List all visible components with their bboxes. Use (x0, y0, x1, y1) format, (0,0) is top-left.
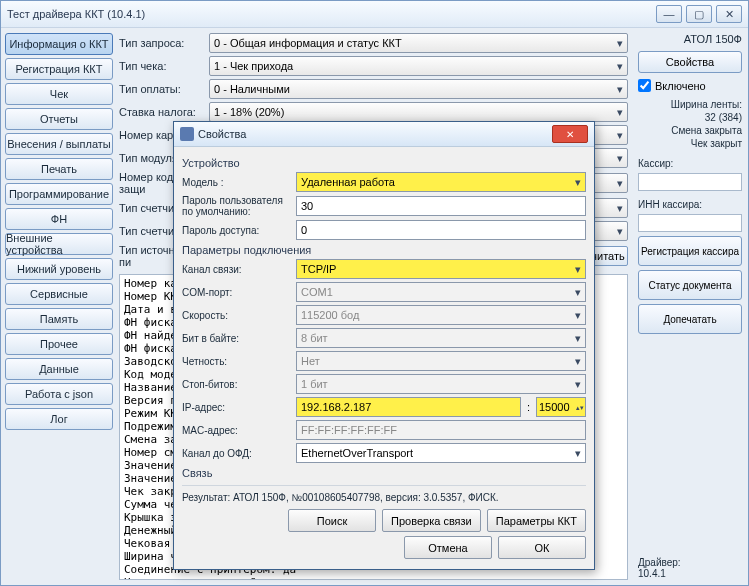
cancel-button[interactable]: Отмена (404, 536, 492, 559)
tape-info: Ширина ленты:32 (384)Смена закрытаЧек за… (638, 98, 742, 150)
dialog-icon (180, 127, 194, 141)
dialog-close-button[interactable]: ✕ (552, 125, 588, 143)
properties-dialog: Свойства ✕ Устройство Модель :Удаленная … (173, 121, 595, 570)
sidebar-item[interactable]: ФН (5, 208, 113, 230)
sidebar-item[interactable]: Сервисные (5, 283, 113, 305)
form-combo[interactable]: 1 - 18% (20%) (209, 102, 628, 122)
dialog-title: Свойства (198, 128, 552, 140)
close-button[interactable]: ✕ (716, 5, 742, 23)
register-cashier-button[interactable]: Регистрация кассира (638, 236, 742, 266)
check-connection-button[interactable]: Проверка связи (382, 509, 481, 532)
included-checkbox[interactable]: Включено (638, 79, 742, 92)
sidebar-item[interactable]: Нижний уровень (5, 258, 113, 280)
channel-combo[interactable]: TCP/IP (296, 259, 586, 279)
sidebar-item[interactable]: Чек (5, 83, 113, 105)
sidebar-item[interactable]: Внесения / выплаты (5, 133, 113, 155)
model-combo[interactable]: Удаленная работа (296, 172, 586, 192)
inn-label: ИНН кассира: (638, 199, 742, 210)
titlebar: Тест драйвера ККТ (10.4.1) — ▢ ✕ (1, 1, 748, 28)
sidebar-item[interactable]: Лог (5, 408, 113, 430)
sidebar-item[interactable]: Память (5, 308, 113, 330)
parity-combo: Нет (296, 351, 586, 371)
device-section-header: Устройство (182, 157, 586, 169)
sidebar-item[interactable]: Информация о ККТ (5, 33, 113, 55)
default-password-input[interactable]: 30 (296, 196, 586, 216)
inn-input[interactable] (638, 214, 742, 232)
doprint-button[interactable]: Допечатать (638, 304, 742, 334)
ofd-channel-combo[interactable]: EthernetOverTransport (296, 443, 586, 463)
cashier-label: Кассир: (638, 158, 742, 169)
doc-status-button[interactable]: Статус документа (638, 270, 742, 300)
cashier-input[interactable] (638, 173, 742, 191)
main-window: Тест драйвера ККТ (10.4.1) — ▢ ✕ Информа… (0, 0, 749, 586)
search-button[interactable]: Поиск (288, 509, 376, 532)
kkt-params-button[interactable]: Параметры ККТ (487, 509, 586, 532)
sidebar-item[interactable]: Отчеты (5, 108, 113, 130)
speed-combo: 115200 бод (296, 305, 586, 325)
ip-address-input[interactable]: 192.168.2.187 (296, 397, 521, 417)
properties-button[interactable]: Свойства (638, 51, 742, 73)
mac-input: FF:FF:FF:FF:FF:FF (296, 420, 586, 440)
form-combo[interactable]: 0 - Общая информация и статус ККТ (209, 33, 628, 53)
maximize-button[interactable]: ▢ (686, 5, 712, 23)
com-port-combo: COM1 (296, 282, 586, 302)
sidebar-item[interactable]: Регистрация ККТ (5, 58, 113, 80)
minimize-button[interactable]: — (656, 5, 682, 23)
bits-combo: 8 бит (296, 328, 586, 348)
link-section-header: Связь (182, 467, 586, 479)
sidebar-item[interactable]: Данные (5, 358, 113, 380)
sidebar-item[interactable]: Программирование (5, 183, 113, 205)
stopbits-combo: 1 бит (296, 374, 586, 394)
sidebar-item[interactable]: Печать (5, 158, 113, 180)
form-combo[interactable]: 0 - Наличными (209, 79, 628, 99)
sidebar-item[interactable]: Прочее (5, 333, 113, 355)
driver-version: Драйвер: 10.4.1 (638, 557, 742, 579)
result-text: Результат: АТОЛ 150Ф, №00108605407798, в… (182, 492, 586, 503)
right-panel: АТОЛ 150Ф Свойства Включено Ширина ленты… (632, 27, 748, 585)
ip-port-spinner[interactable]: 15000 (536, 397, 586, 417)
sidebar-item[interactable]: Внешние устройства (5, 233, 113, 255)
window-title: Тест драйвера ККТ (10.4.1) (7, 8, 652, 20)
connection-section-header: Параметры подключения (182, 244, 586, 256)
access-password-input[interactable]: 0 (296, 220, 586, 240)
sidebar: Информация о ККТРегистрация ККТЧекОтчеты… (1, 27, 117, 585)
device-name: АТОЛ 150Ф (638, 33, 742, 45)
form-combo[interactable]: 1 - Чек прихода (209, 56, 628, 76)
ok-button[interactable]: ОК (498, 536, 586, 559)
sidebar-item[interactable]: Работа с json (5, 383, 113, 405)
dialog-titlebar: Свойства ✕ (174, 122, 594, 147)
